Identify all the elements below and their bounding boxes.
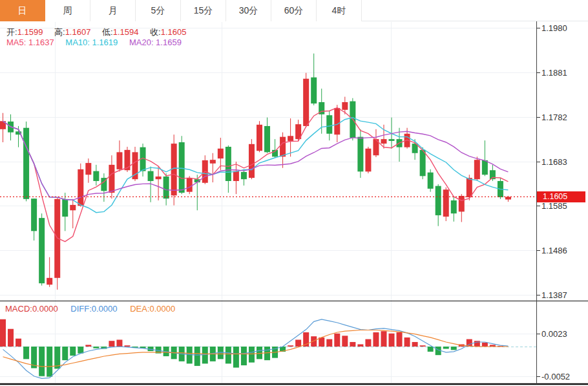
open-value: 1.1599 xyxy=(17,27,43,37)
current-price-badge: 1.1605 xyxy=(537,191,585,202)
ma-readout: MA5: 1.1637 MA10: 1.1619 MA20: 1.1659 xyxy=(6,38,182,47)
tab-5min[interactable]: 5分 xyxy=(136,0,181,21)
frame-lines xyxy=(0,21,588,384)
y-axis-label: 0.0023 xyxy=(541,329,567,339)
y-axis-label: 1.1683 xyxy=(541,157,567,167)
y-axis-label: 1.1387 xyxy=(541,290,567,300)
open-label: 开: xyxy=(6,27,17,37)
ma5-value: MA5: 1.1637 xyxy=(6,38,54,47)
chart-canvas[interactable]: 1.19801.18811.17821.16831.15851.14861.13… xyxy=(0,0,588,386)
dea-value: DEA:0.0000 xyxy=(130,304,175,314)
tab-30min[interactable]: 30分 xyxy=(226,0,271,21)
tab-15min[interactable]: 15分 xyxy=(181,0,226,21)
price-gridlines xyxy=(0,28,536,295)
macd-histogram xyxy=(0,319,503,377)
trading-chart-app: 1.19801.18811.17821.16831.15851.14861.13… xyxy=(0,0,588,386)
diff-value: DIFF:0.0000 xyxy=(70,304,117,314)
low-label: 低: xyxy=(102,27,113,37)
ma10-value: MA10: 1.1619 xyxy=(65,38,118,47)
tab-month[interactable]: 月 xyxy=(90,0,136,21)
low-value: 1.1594 xyxy=(113,27,139,37)
macd-value: MACD:0.0000 xyxy=(5,304,58,314)
tab-week[interactable]: 周 xyxy=(45,0,90,21)
vertical-gridlines xyxy=(56,22,392,383)
high-label: 高: xyxy=(54,27,65,37)
tab-day[interactable]: 日 xyxy=(0,0,45,21)
ma20-value: MA20: 1.1659 xyxy=(129,38,182,47)
candlestick-series xyxy=(0,54,511,290)
close-label: 收: xyxy=(150,27,161,37)
y-axis-label: 1.1980 xyxy=(541,23,567,33)
y-axis-label: 1.1782 xyxy=(541,113,567,122)
high-value: 1.1607 xyxy=(65,27,91,37)
ohlc-readout: 开:1.1599 高:1.1607 低:1.1594 收:1.1605 xyxy=(6,27,186,38)
timeframe-tabbar: 日 周 月 5分 15分 30分 60分 4时 xyxy=(0,0,588,21)
y-axis-label: -0.0052 xyxy=(541,372,570,381)
tab-4hour[interactable]: 4时 xyxy=(317,0,362,21)
y-axis-label: 1.1486 xyxy=(541,246,567,255)
macd-readout: MACD:0.0000 DIFF:0.0000 DEA:0.0000 xyxy=(5,304,175,314)
close-value: 1.1605 xyxy=(161,27,187,37)
y-axis-label: 1.1881 xyxy=(541,68,567,78)
tab-60min[interactable]: 60分 xyxy=(271,0,317,21)
